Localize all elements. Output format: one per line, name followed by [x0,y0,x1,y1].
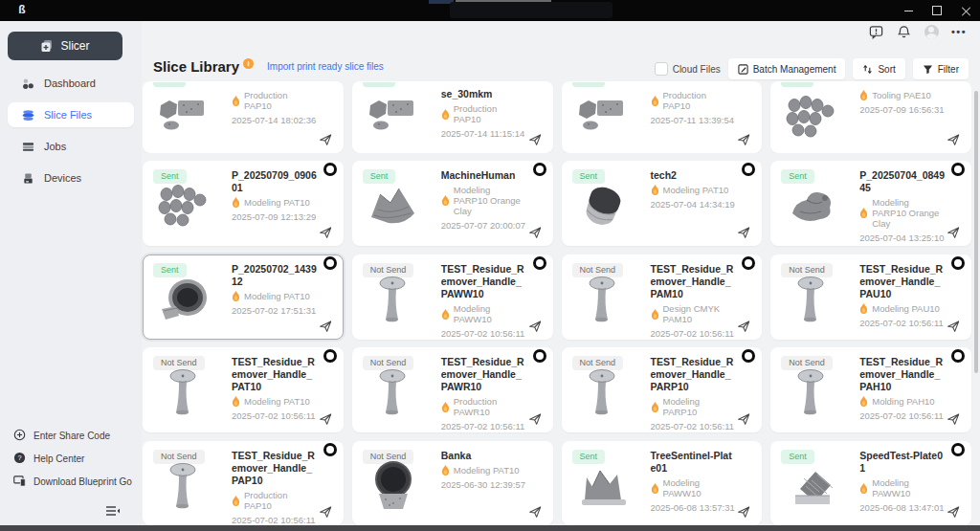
slice-card[interactable]: SentP_20250702_143912Modeling PAT102025-… [143,254,344,340]
timelapse-ring-icon [951,349,965,363]
footer-item-label: Help Center [33,454,84,464]
slice-card[interactable]: Not SendTEST_Residue_Remover_Handle_PAU1… [770,254,971,340]
flame-icon [859,303,868,314]
send-icon[interactable] [946,504,961,520]
card-meta: TEST_Residue_Remover_Handle_PARP10Modeli… [651,356,737,431]
sort-button[interactable]: Sort [853,58,904,79]
filter-button[interactable]: Filter [913,58,969,79]
material-row: Molding PAH10 [859,396,946,407]
maximize-button[interactable] [923,0,951,21]
model-thumbnail [574,457,632,515]
slice-title: TEST_Residue_Remover_Handle_PAT10 [232,356,318,393]
cards-grid: Production PAP102025-07-14 18:02:36se_30… [143,81,971,525]
more-menu-icon[interactable]: ••• [951,24,967,39]
flame-icon [859,483,868,494]
notifications-bell-icon[interactable] [896,24,911,39]
card-row-5: Not SendTEST_Residue_Remover_Handle_PAP1… [143,441,971,525]
send-icon[interactable] [527,319,543,334]
card-meta: TEST_Residue_Remover_Handle_PAH10Molding… [859,356,946,421]
send-icon[interactable] [946,319,961,334]
timestamp: 2025-06-30 12:39:57 [441,479,527,490]
send-icon[interactable] [318,504,333,520]
user-avatar[interactable] [924,24,939,39]
help-center[interactable]: ? Help Center [13,452,132,466]
sidebar-item-jobs[interactable]: Jobs [8,134,134,159]
material-label: Modeling PARP10 Orange Clay [872,197,946,229]
slice-title: Banka [441,450,527,462]
send-icon[interactable] [736,319,751,334]
model-thumbnail [155,457,212,515]
send-icon[interactable] [946,411,961,427]
card-meta: TEST_Residue_Remover_Handle_PAP10Product… [232,450,318,525]
card-meta: SpeedTest-Plate01Modeling PAWW102025-06-… [859,450,946,513]
enter-share-code[interactable]: Enter Share Code [13,429,132,443]
send-icon[interactable] [318,225,333,240]
sidebar-item-dashboard[interactable]: Dashboard [8,71,134,96]
send-status-badge-clipped [781,82,813,87]
send-icon[interactable] [736,504,751,520]
slice-card[interactable]: SentTreeSentinel-Plate01Modeling PAWW102… [562,441,763,525]
send-icon[interactable] [527,411,543,427]
slice-card[interactable]: Not SendTEST_Residue_Remover_Handle_PARP… [562,347,763,432]
timestamp: 2025-07-11 13:39:54 [651,115,737,125]
slice-card[interactable]: Not SendTEST_Residue_Remover_Handle_PAH1… [770,347,971,432]
batch-management-button[interactable]: Batch Management [728,58,846,79]
send-icon[interactable] [946,132,961,147]
flame-icon [232,291,240,301]
send-icon[interactable] [946,225,961,240]
jobs-icon [21,140,34,153]
send-icon[interactable] [736,411,751,427]
slice-card[interactable]: se_30mkmProduction PAP102025-07-14 11:15… [352,81,553,153]
model-thumbnail [365,271,422,328]
download-blueprint-go[interactable]: Download Blueprint Go [13,475,132,489]
slice-card[interactable]: Not SendBankaModeling PAT102025-06-30 12… [352,441,553,525]
send-icon[interactable] [318,319,333,334]
cloud-files-toggle[interactable]: Cloud Files [655,62,721,76]
send-icon[interactable] [318,411,333,427]
slicer-app-button[interactable]: Slicer [8,32,122,60]
timestamp: 2025-07-07 20:00:07 [441,220,527,231]
timestamp: 2025-07-09 16:56:31 [859,104,946,115]
slice-card[interactable]: Senttech2Modeling PAT102025-07-04 14:34:… [562,161,763,246]
slice-card[interactable]: Not SendTEST_Residue_Remover_Handle_PAT1… [143,347,344,432]
send-icon[interactable] [527,504,543,520]
model-thumbnail [574,88,632,145]
slice-card[interactable]: Not SendTEST_Residue_Remover_Handle_PAWW… [352,254,553,340]
titlebar-dark-tab [450,2,612,18]
send-icon[interactable] [527,132,543,147]
slice-card[interactable]: Not SendTEST_Residue_Remover_Handle_PAWR… [352,347,553,432]
timelapse-ring-icon [323,256,337,270]
model-thumbnail [155,364,212,421]
slice-title: se_30mkm [441,88,527,100]
slice-title: P_20250704_084945 [859,169,946,194]
cloud-files-checkbox[interactable] [655,62,668,76]
collapse-sidebar-icon[interactable] [105,504,121,518]
slice-card[interactable]: Tooling PAE102025-07-09 16:56:31 [770,81,971,153]
slice-card[interactable]: SentMachineHumanModeling PARP10 Orange C… [352,161,553,246]
devices-icon [21,171,34,185]
vertical-scrollbar[interactable] [974,91,978,373]
card-meta: TEST_Residue_Remover_Handle_PAM10Design … [651,263,737,339]
timelapse-ring-icon [742,349,755,363]
filter-label: Filter [938,64,959,75]
sidebar-item-slice-files[interactable]: Slice Files [8,102,134,127]
question-circle-icon: ? [13,452,26,466]
sidebar-item-devices[interactable]: Devices [8,166,134,190]
slice-card[interactable]: SentP_20250704_084945Modeling PARP10 Ora… [770,161,971,246]
send-icon[interactable] [736,225,751,240]
info-icon[interactable]: i [243,58,254,69]
slice-card[interactable]: SentP_20250709_090601Modeling PAT102025-… [143,161,344,246]
send-icon[interactable] [527,225,543,240]
slice-card[interactable]: Not SendTEST_Residue_Remover_Handle_PAM1… [562,254,763,340]
slice-card[interactable]: SentSpeedTest-Plate01Modeling PAWW102025… [770,441,971,525]
send-icon[interactable] [318,132,333,147]
close-button[interactable] [951,0,980,21]
import-slice-files-link[interactable]: Import print ready slice files [267,61,384,72]
slice-card[interactable]: Production PAP102025-07-11 13:39:54 [562,81,763,153]
feedback-icon[interactable] [868,24,883,39]
minimize-button[interactable] [894,0,923,21]
slice-card[interactable]: Production PAP102025-07-14 18:02:36 [143,81,344,153]
flame-icon [651,185,659,195]
slice-card[interactable]: Not SendTEST_Residue_Remover_Handle_PAP1… [143,441,344,525]
send-icon[interactable] [736,132,751,147]
